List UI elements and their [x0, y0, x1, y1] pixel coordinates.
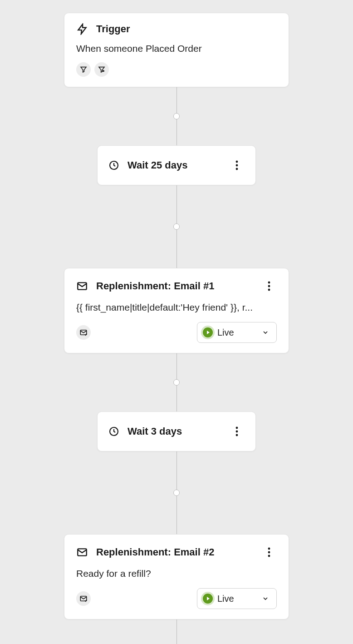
smart-send-chip[interactable]: [76, 591, 91, 606]
svg-point-15: [268, 548, 270, 550]
wait-label: Wait 3 days: [127, 426, 182, 437]
email-title: Replenishment: Email #1: [96, 280, 214, 292]
chevron-down-icon: [262, 329, 269, 336]
connector: [176, 619, 177, 644]
svg-point-4: [236, 168, 238, 170]
clock-icon: [108, 426, 119, 437]
svg-point-0: [103, 70, 104, 72]
svg-point-16: [268, 551, 270, 554]
svg-point-2: [236, 161, 238, 163]
more-button[interactable]: [229, 158, 245, 173]
wait-card[interactable]: Wait 25 days: [97, 145, 256, 185]
trigger-card[interactable]: Trigger When someone Placed Order: [64, 13, 289, 87]
more-button[interactable]: [229, 424, 245, 439]
mail-icon: [76, 546, 88, 558]
connector: [176, 87, 177, 145]
status-label: Live: [217, 327, 234, 338]
more-button[interactable]: [261, 278, 277, 294]
more-button[interactable]: [261, 545, 277, 560]
connector: [176, 451, 177, 534]
trigger-filter-chip[interactable]: [76, 62, 91, 77]
smart-send-chip[interactable]: [76, 325, 91, 340]
mail-icon: [76, 280, 88, 292]
play-icon: [203, 594, 213, 604]
svg-point-11: [236, 427, 238, 429]
svg-point-7: [268, 285, 270, 287]
svg-point-13: [236, 434, 238, 436]
chevron-down-icon: [262, 595, 269, 602]
svg-point-6: [268, 282, 270, 284]
lightning-icon: [76, 23, 88, 35]
email-preview: {{ first_name|title|default:'Hey friend'…: [76, 302, 277, 313]
trigger-title: Trigger: [96, 23, 130, 35]
email-title: Replenishment: Email #2: [96, 546, 214, 558]
clock-icon: [108, 160, 119, 171]
status-dropdown[interactable]: Live: [197, 588, 277, 609]
svg-point-3: [236, 164, 238, 167]
connector: [176, 353, 177, 411]
status-dropdown[interactable]: Live: [197, 322, 277, 343]
wait-card[interactable]: Wait 3 days: [97, 411, 256, 451]
play-icon: [203, 327, 213, 337]
flow-canvas: Trigger When someone Placed Order Wait 2…: [0, 0, 353, 644]
email-preview: Ready for a refill?: [76, 568, 277, 579]
trigger-profile-filter-chip[interactable]: [94, 62, 109, 77]
status-label: Live: [217, 594, 234, 604]
connector: [176, 185, 177, 268]
wait-label: Wait 25 days: [127, 159, 187, 171]
trigger-description: When someone Placed Order: [76, 43, 277, 54]
svg-point-12: [236, 431, 238, 433]
email-card[interactable]: Replenishment: Email #1 {{ first_name|ti…: [64, 268, 289, 353]
email-card[interactable]: Replenishment: Email #2 Ready for a refi…: [64, 534, 289, 619]
svg-point-17: [268, 555, 270, 557]
svg-point-8: [268, 289, 270, 291]
